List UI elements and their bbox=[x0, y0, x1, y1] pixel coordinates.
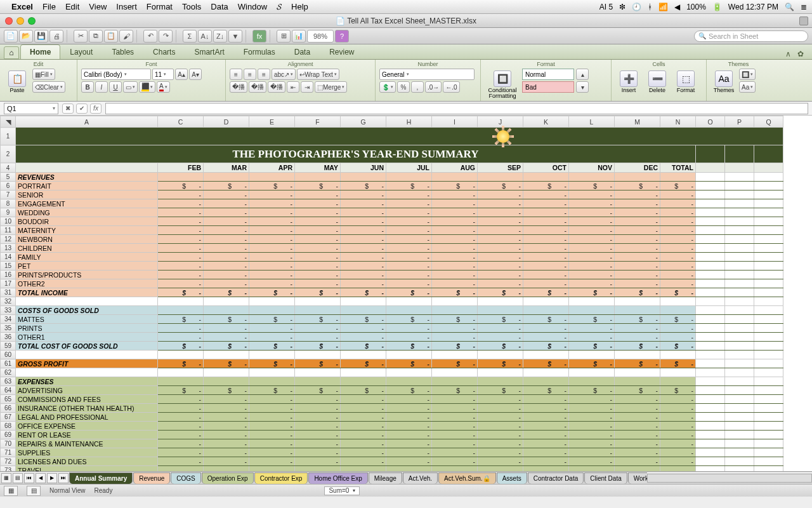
comma-button[interactable]: , bbox=[411, 81, 424, 93]
close-button[interactable] bbox=[5, 17, 13, 25]
row-header[interactable]: 1 bbox=[1, 128, 16, 145]
data-cell[interactable]: - bbox=[523, 253, 569, 262]
data-cell[interactable]: - bbox=[569, 466, 615, 472]
data-cell[interactable] bbox=[432, 368, 478, 377]
view-layout-icon[interactable]: ▤ bbox=[13, 473, 23, 483]
data-cell[interactable]: - bbox=[158, 279, 204, 288]
category-cell[interactable]: TRAVEL bbox=[16, 466, 158, 472]
data-cell[interactable] bbox=[660, 377, 696, 386]
data-cell[interactable]: $ - bbox=[615, 182, 660, 190]
data-cell[interactable]: $ - bbox=[158, 386, 204, 395]
open-button[interactable]: 📂 bbox=[19, 30, 33, 43]
data-cell[interactable]: - bbox=[158, 271, 204, 279]
data-cell[interactable]: - bbox=[660, 226, 696, 235]
align-right-button[interactable]: ≡ bbox=[258, 69, 270, 80]
data-cell[interactable]: - bbox=[615, 199, 660, 208]
data-cell[interactable]: $ - bbox=[204, 386, 249, 395]
dec-decimal-button[interactable]: ←.0 bbox=[443, 81, 459, 93]
data-cell[interactable]: - bbox=[386, 457, 432, 466]
data-cell[interactable]: - bbox=[615, 422, 660, 431]
data-cell[interactable]: - bbox=[660, 190, 696, 199]
grow-font-button[interactable]: A▴ bbox=[175, 69, 188, 80]
data-cell[interactable] bbox=[615, 377, 660, 386]
col-header[interactable]: O bbox=[696, 116, 725, 128]
data-cell[interactable] bbox=[523, 377, 569, 386]
data-cell[interactable]: - bbox=[386, 439, 432, 448]
data-cell[interactable]: - bbox=[204, 413, 249, 422]
data-cell[interactable]: - bbox=[523, 262, 569, 271]
data-cell[interactable] bbox=[158, 368, 204, 377]
data-cell[interactable]: - bbox=[432, 466, 478, 472]
data-cell[interactable]: - bbox=[569, 208, 615, 217]
data-cell[interactable] bbox=[569, 368, 615, 377]
data-cell[interactable]: $ - bbox=[249, 359, 295, 368]
sheet-tab[interactable]: Home Office Exp bbox=[308, 472, 367, 484]
category-cell[interactable]: REVENUES bbox=[16, 173, 158, 182]
ribbon-tab-tables[interactable]: Tables bbox=[102, 44, 143, 59]
data-cell[interactable]: $ - bbox=[569, 342, 615, 351]
data-cell[interactable]: - bbox=[523, 190, 569, 199]
data-cell[interactable]: - bbox=[615, 262, 660, 271]
data-cell[interactable]: $ - bbox=[341, 182, 386, 190]
row-header[interactable]: 61 bbox=[1, 359, 16, 368]
data-cell[interactable]: $ - bbox=[249, 315, 295, 324]
data-cell[interactable]: - bbox=[615, 431, 660, 439]
data-cell[interactable]: $ - bbox=[341, 386, 386, 395]
data-cell[interactable]: $ - bbox=[523, 182, 569, 190]
data-cell[interactable]: - bbox=[386, 271, 432, 279]
data-cell[interactable]: $ - bbox=[295, 288, 341, 297]
data-cell[interactable]: - bbox=[478, 199, 523, 208]
enter-formula-button[interactable]: ✔ bbox=[76, 104, 88, 114]
data-cell[interactable] bbox=[523, 306, 569, 315]
data-cell[interactable] bbox=[432, 173, 478, 182]
data-cell[interactable]: - bbox=[615, 279, 660, 288]
data-cell[interactable]: - bbox=[615, 226, 660, 235]
data-cell[interactable]: - bbox=[432, 422, 478, 431]
data-cell[interactable]: $ - bbox=[432, 342, 478, 351]
data-cell[interactable]: - bbox=[523, 431, 569, 439]
category-cell[interactable]: SUPPLIES bbox=[16, 448, 158, 457]
data-cell[interactable]: - bbox=[569, 244, 615, 253]
col-header[interactable]: K bbox=[523, 116, 569, 128]
data-cell[interactable]: - bbox=[569, 413, 615, 422]
row-header[interactable]: 11 bbox=[1, 226, 16, 235]
category-cell[interactable]: BOUDOIR bbox=[16, 217, 158, 226]
data-cell[interactable]: - bbox=[158, 208, 204, 217]
data-cell[interactable]: - bbox=[341, 262, 386, 271]
data-cell[interactable]: $ - bbox=[660, 386, 696, 395]
category-cell[interactable]: INSURANCE (OTHER THAN HEALTH) bbox=[16, 404, 158, 413]
menu-file[interactable]: File bbox=[43, 2, 56, 11]
menu-format[interactable]: Format bbox=[147, 2, 173, 11]
data-cell[interactable]: - bbox=[569, 395, 615, 404]
wifi-icon[interactable]: 📶 bbox=[658, 3, 668, 11]
row-header[interactable]: 15 bbox=[1, 262, 16, 271]
data-cell[interactable]: $ - bbox=[295, 182, 341, 190]
indent-dec-button[interactable]: ⇤ bbox=[287, 81, 299, 93]
data-cell[interactable]: - bbox=[432, 395, 478, 404]
data-cell[interactable] bbox=[660, 297, 696, 306]
data-cell[interactable] bbox=[386, 173, 432, 182]
data-cell[interactable]: - bbox=[295, 439, 341, 448]
data-cell[interactable]: $ - bbox=[432, 386, 478, 395]
zoom-button[interactable] bbox=[28, 17, 36, 25]
data-cell[interactable] bbox=[158, 306, 204, 315]
data-cell[interactable]: - bbox=[478, 466, 523, 472]
data-cell[interactable]: - bbox=[386, 466, 432, 472]
data-cell[interactable]: - bbox=[295, 262, 341, 271]
category-cell[interactable]: WEDDING bbox=[16, 208, 158, 217]
data-cell[interactable]: - bbox=[204, 244, 249, 253]
col-header[interactable]: A bbox=[16, 116, 158, 128]
data-cell[interactable] bbox=[432, 377, 478, 386]
save-button[interactable]: 💾 bbox=[34, 30, 48, 43]
data-cell[interactable]: - bbox=[158, 226, 204, 235]
row-header[interactable]: 8 bbox=[1, 199, 16, 208]
col-header[interactable]: J bbox=[478, 116, 523, 128]
data-cell[interactable]: - bbox=[386, 413, 432, 422]
data-cell[interactable] bbox=[569, 306, 615, 315]
data-cell[interactable]: - bbox=[204, 226, 249, 235]
conditional-formatting-button[interactable]: 🔲Conditional Formatting bbox=[485, 69, 520, 101]
volume-icon[interactable]: ◀ bbox=[674, 3, 680, 11]
data-cell[interactable]: - bbox=[386, 208, 432, 217]
data-cell[interactable]: $ - bbox=[341, 342, 386, 351]
data-cell[interactable] bbox=[386, 351, 432, 359]
